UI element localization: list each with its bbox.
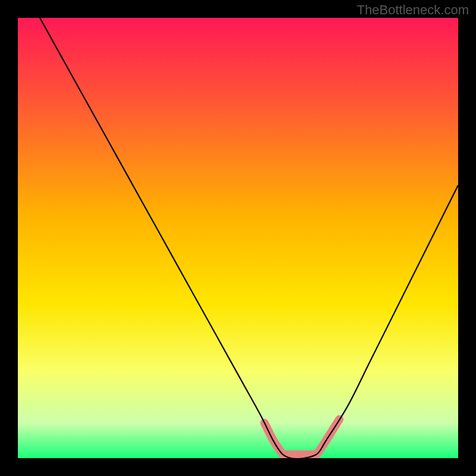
- bottleneck-chart: [18, 18, 458, 458]
- watermark-text: TheBottleneck.com: [357, 2, 469, 18]
- chart-container: [18, 18, 458, 458]
- chart-background: [18, 18, 458, 458]
